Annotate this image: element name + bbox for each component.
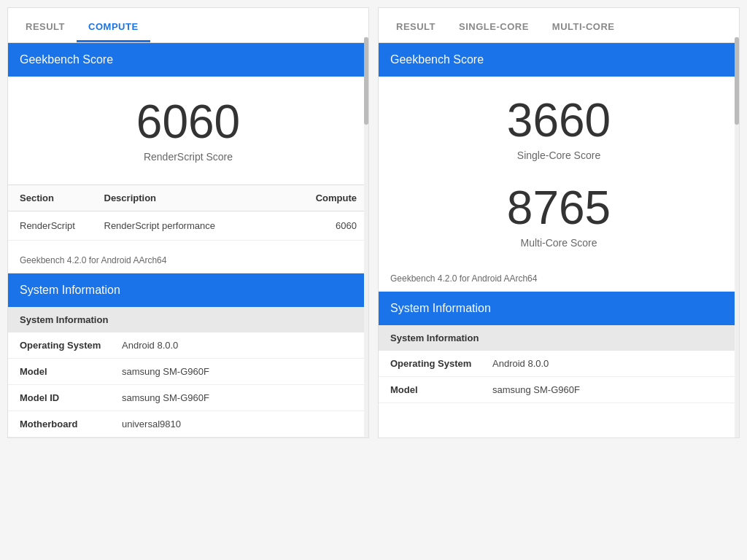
sysinfo-label-motherboard: Motherboard <box>20 419 122 429</box>
left-score-area: 6060 RenderScript Score <box>8 77 368 177</box>
left-scroll-thumb[interactable] <box>364 37 368 125</box>
left-score-label: RenderScript Score <box>23 151 354 163</box>
col-header-description: Description <box>104 192 273 203</box>
right-footer-note: Geekbench 4.2.0 for Android AArch64 <box>379 266 739 292</box>
sysinfo-value-modelid: samsung SM-G960F <box>122 392 209 403</box>
sysinfo-label-model: Model <box>20 366 122 377</box>
sysinfo-row-os: Operating System Android 8.0.0 <box>8 332 368 359</box>
sysinfo-row-model: Model samsung SM-G960F <box>8 359 368 385</box>
right-tabs: RESULT SINGLE-CORE MULTI-CORE <box>379 8 739 43</box>
tab-result-right[interactable]: RESULT <box>384 8 447 42</box>
multi-core-score-block: 8765 Multi-Core Score <box>379 171 739 259</box>
right-scroll-thumb[interactable] <box>735 37 739 125</box>
main-container: RESULT COMPUTE Geekbench Score 6060 Rend… <box>7 7 740 438</box>
right-sysinfo-subheader: System Information <box>379 325 739 351</box>
table-row: RenderScript RenderScript performance 60… <box>8 211 368 241</box>
left-table: Section Description Compute RenderScript… <box>8 184 368 241</box>
single-core-score-block: 3660 Single-Core Score <box>379 84 739 171</box>
sysinfo-value-motherboard: universal9810 <box>122 419 181 429</box>
right-sysinfo-row-model: Model samsung SM-G960F <box>379 377 739 403</box>
table-header-row: Section Description Compute <box>8 184 368 211</box>
left-scrollbar[interactable] <box>364 37 368 438</box>
left-sysinfo-subheader: System Information <box>8 307 368 332</box>
col-header-compute: Compute <box>273 192 357 203</box>
right-sysinfo-header: System Information <box>379 292 739 325</box>
right-sysinfo-label-os: Operating System <box>390 358 492 369</box>
right-score-area: 3660 Single-Core Score 8765 Multi-Core S… <box>379 77 739 266</box>
sysinfo-row-motherboard: Motherboard universal9810 <box>8 411 368 438</box>
row-description: RenderScript performance <box>104 220 273 231</box>
sysinfo-label-os: Operating System <box>20 340 122 351</box>
left-footer-note: Geekbench 4.2.0 for Android AArch64 <box>8 248 368 273</box>
right-scrollbar[interactable] <box>735 37 739 438</box>
row-compute: 6060 <box>273 220 357 231</box>
multi-core-value: 8765 <box>393 184 724 231</box>
right-sysinfo-value-os: Android 8.0.0 <box>492 358 549 369</box>
left-tabs: RESULT COMPUTE <box>8 8 368 43</box>
right-section-header: Geekbench Score <box>379 43 739 77</box>
right-sysinfo-row-os: Operating System Android 8.0.0 <box>379 351 739 377</box>
sysinfo-row-modelid: Model ID samsung SM-G960F <box>8 385 368 411</box>
right-panel: RESULT SINGLE-CORE MULTI-CORE Geekbench … <box>378 7 740 438</box>
left-score-value: 6060 <box>23 98 354 145</box>
single-core-label: Single-Core Score <box>393 149 724 161</box>
right-sysinfo-value-model: samsung SM-G960F <box>492 384 580 395</box>
row-section: RenderScript <box>20 220 104 231</box>
sysinfo-value-os: Android 8.0.0 <box>122 340 178 351</box>
multi-core-label: Multi-Core Score <box>393 237 724 249</box>
left-section-header: Geekbench Score <box>8 43 368 77</box>
single-core-value: 3660 <box>393 97 724 144</box>
tab-compute[interactable]: COMPUTE <box>77 8 150 42</box>
left-panel: RESULT COMPUTE Geekbench Score 6060 Rend… <box>7 7 369 438</box>
sysinfo-value-model: samsung SM-G960F <box>122 366 209 377</box>
sysinfo-label-modelid: Model ID <box>20 392 122 403</box>
tab-single-core[interactable]: SINGLE-CORE <box>447 8 541 42</box>
tab-result-left[interactable]: RESULT <box>14 8 77 42</box>
right-sysinfo-label-model: Model <box>390 384 492 395</box>
col-header-section: Section <box>20 192 104 203</box>
tab-multi-core[interactable]: MULTI-CORE <box>541 8 627 42</box>
left-sysinfo-header: System Information <box>8 273 368 307</box>
